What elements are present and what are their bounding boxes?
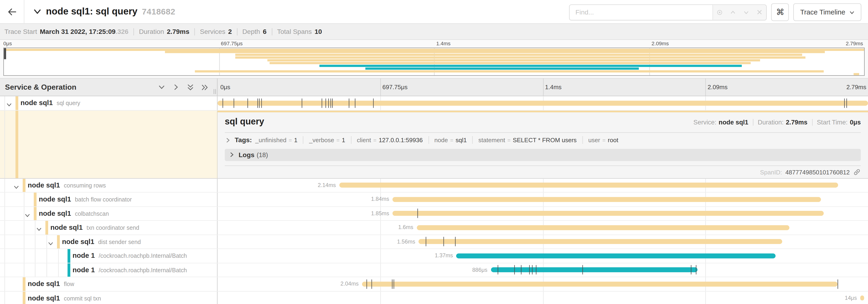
- span-bar-cell[interactable]: 2.04ms: [217, 277, 868, 291]
- row-collapse-chevron-icon[interactable]: [6, 100, 12, 110]
- row-collapse-chevron-icon[interactable]: [24, 211, 30, 220]
- span-row[interactable]: node sql1consuming rows2.14ms: [0, 178, 868, 192]
- span-name-column[interactable]: node sql1commit sql txn: [0, 292, 217, 304]
- span-operation-name: /cockroach.roachpb.Internal/Batch: [99, 252, 187, 259]
- span-row[interactable]: node 1/cockroach.roachpb.Internal/Batch8…: [0, 263, 868, 277]
- clear-find-icon[interactable]: [756, 9, 763, 15]
- span-bar[interactable]: [393, 197, 821, 202]
- minimap-span-row: [4, 54, 864, 56]
- row-collapse-chevron-icon[interactable]: [48, 239, 54, 248]
- span-bar[interactable]: [217, 101, 868, 105]
- span-bar[interactable]: [456, 253, 775, 258]
- log-marker-tick: [355, 98, 355, 108]
- minimap-span-row: [4, 62, 864, 64]
- view-selector-button[interactable]: Trace Timeline: [794, 3, 861, 21]
- collapse-all-icon[interactable]: [187, 83, 194, 91]
- span-row[interactable]: node sql1batch flow coordinator1.84ms: [0, 193, 868, 207]
- span-row[interactable]: node sql1commit sql txn14μs: [0, 292, 868, 304]
- timeline-minimap[interactable]: [3, 47, 865, 76]
- span-service-name: node sql1sql query: [21, 96, 80, 110]
- tag-value: 1: [342, 137, 345, 143]
- prev-match-icon[interactable]: [730, 9, 737, 16]
- collapse-controls: [158, 83, 209, 91]
- span-row[interactable]: node sql1txn coordinator send1.6ms: [0, 221, 868, 235]
- span-detail-row: sql query Service: node sql1 Duration: 2…: [0, 110, 868, 178]
- span-name-column[interactable]: node sql1sql query: [0, 96, 217, 110]
- span-row[interactable]: node sql1colbatchscan1.85ms: [0, 207, 868, 221]
- expand-one-icon[interactable]: [172, 83, 180, 91]
- span-bar[interactable]: [362, 281, 838, 286]
- timeline-gridline: [380, 292, 381, 304]
- tree-guide: [4, 221, 5, 234]
- span-row[interactable]: node sql1dist sender send1.56ms: [0, 235, 868, 249]
- minimap-span-bar: [195, 70, 824, 72]
- tag-equals: =: [450, 137, 454, 143]
- trace-summary-items: Trace StartMarch 31 2022, 17:25:09.326Du…: [4, 28, 322, 35]
- log-marker-tick: [498, 265, 498, 275]
- minimap-span-row: [4, 67, 864, 70]
- row-collapse-chevron-icon[interactable]: [36, 225, 42, 234]
- span-name-column[interactable]: node sql1flow: [0, 277, 217, 291]
- log-marker-tick: [583, 265, 583, 275]
- span-name-column[interactable]: node sql1consuming rows: [0, 178, 217, 192]
- expand-all-icon[interactable]: [201, 83, 209, 91]
- keyboard-shortcuts-button[interactable]: ⌘: [771, 3, 789, 21]
- span-row[interactable]: node sql1flow2.04ms: [0, 277, 868, 291]
- minimap-span-bar: [270, 62, 751, 64]
- span-name-column[interactable]: node 1/cockroach.roachpb.Internal/Batch: [0, 263, 217, 277]
- copy-link-icon[interactable]: [853, 168, 861, 176]
- minimap-drag-handle[interactable]: [4, 48, 6, 59]
- span-bar-cell[interactable]: 1.85ms: [217, 207, 868, 220]
- trace-id-badge: 7418682: [142, 6, 175, 16]
- span-color-stripe: [67, 263, 70, 277]
- span-row[interactable]: node 1/cockroach.roachpb.Internal/Batch1…: [0, 249, 868, 263]
- tag-separator: [582, 136, 583, 144]
- span-name-column[interactable]: node sql1dist sender send: [0, 235, 217, 248]
- span-bar-cell[interactable]: [217, 96, 868, 110]
- logs-accordion[interactable]: Logs (18): [225, 148, 861, 161]
- span-bar-cell[interactable]: 1.56ms: [217, 235, 868, 248]
- span-bar-cell[interactable]: 14μs: [217, 292, 868, 304]
- span-bar[interactable]: [416, 225, 789, 230]
- find-input[interactable]: [570, 5, 713, 20]
- minimap-span-bar: [267, 59, 760, 61]
- tags-accordion[interactable]: Tags: _unfinished=1_verbose=1client=127.…: [225, 133, 861, 147]
- tag-item[interactable]: node=sql1: [434, 137, 467, 143]
- span-name-column[interactable]: node sql1txn coordinator send: [0, 221, 217, 234]
- span-bar-cell[interactable]: 2.14ms: [217, 178, 868, 192]
- collapse-trace-chevron-icon[interactable]: [33, 8, 41, 15]
- trace-title-group[interactable]: node sql1: sql query 7418682: [33, 6, 176, 17]
- span-bar[interactable]: [339, 183, 838, 188]
- span-name-column[interactable]: node sql1batch flow coordinator: [0, 193, 217, 206]
- tree-guide: [35, 235, 35, 248]
- tag-key: user: [588, 137, 600, 143]
- tree-guide: [24, 221, 24, 234]
- collapse-one-icon[interactable]: [158, 83, 165, 91]
- tag-item[interactable]: client=127.0.0.1:59936: [357, 137, 423, 143]
- span-bar-cell[interactable]: 886μs: [217, 263, 868, 277]
- tag-item[interactable]: _verbose=1: [309, 137, 345, 143]
- span-row[interactable]: node sql1sql query: [0, 96, 868, 110]
- tick-label: 697.75μs: [382, 83, 408, 90]
- tree-guide: [4, 292, 5, 304]
- summary-value: 6: [263, 28, 267, 35]
- next-match-icon[interactable]: [743, 9, 750, 16]
- span-name-column[interactable]: node 1/cockroach.roachpb.Internal/Batch: [0, 249, 217, 263]
- column-resize-handle[interactable]: [214, 89, 216, 94]
- span-bar-cell[interactable]: 1.37ms: [217, 249, 868, 263]
- span-name-column[interactable]: node sql1colbatchscan: [0, 207, 217, 220]
- span-detail-left-gutter: [0, 110, 217, 178]
- row-collapse-chevron-icon[interactable]: [13, 182, 20, 192]
- span-bar[interactable]: [491, 267, 698, 272]
- span-bar-cell[interactable]: 1.6ms: [217, 221, 868, 234]
- ruler-gridline: [706, 79, 706, 96]
- span-bar[interactable]: [393, 211, 824, 216]
- span-bar[interactable]: [418, 239, 782, 244]
- tag-item[interactable]: user=root: [588, 137, 618, 143]
- tag-item[interactable]: _unfinished=1: [255, 137, 298, 143]
- tag-item[interactable]: statement=SELECT * FROM users: [478, 137, 577, 143]
- span-bar-cell[interactable]: 1.84ms: [217, 193, 868, 206]
- focus-match-icon[interactable]: [717, 9, 723, 16]
- back-button[interactable]: [0, 0, 24, 23]
- span-bar[interactable]: [860, 296, 864, 301]
